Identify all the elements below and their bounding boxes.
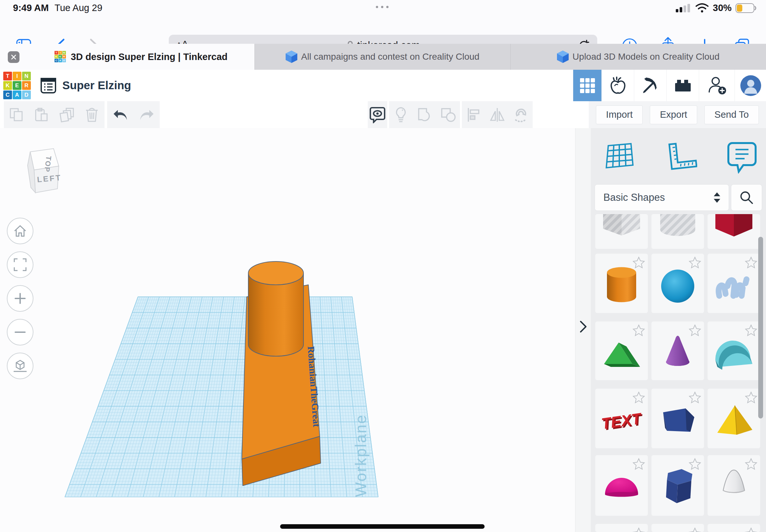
cylinder-top[interactable] bbox=[248, 261, 303, 285]
panel-collapse-strip[interactable] bbox=[575, 128, 591, 532]
shape-tile-box[interactable] bbox=[708, 214, 760, 249]
search-shapes-button[interactable] bbox=[731, 184, 762, 211]
undo-icon[interactable] bbox=[109, 103, 132, 127]
handle-dots bbox=[376, 6, 389, 8]
ipad-screen: 9:49 AM Tue Aug 29 30% AA bbox=[0, 0, 766, 532]
workplane-tool-icon[interactable] bbox=[604, 141, 635, 172]
status-time: 9:49 AM bbox=[13, 3, 49, 13]
tinkercad-header: TINKERCAD Super Elzing bbox=[0, 70, 766, 101]
favorite-star-icon bbox=[688, 527, 701, 532]
duplicate-icon[interactable] bbox=[55, 103, 79, 127]
wifi-icon bbox=[695, 3, 709, 13]
tab-bar: TINKERCAD 3D design Super Elzing | Tinke… bbox=[0, 44, 766, 70]
favorite-star-icon bbox=[745, 527, 758, 532]
shape-tile-partial[interactable] bbox=[708, 524, 760, 532]
perspective-toggle-button[interactable] bbox=[7, 353, 33, 379]
delete-icon[interactable] bbox=[80, 103, 103, 127]
shape-tile-hole-box[interactable] bbox=[595, 214, 648, 249]
safari-toolbar: AA tinkercad.com bbox=[0, 16, 766, 44]
shape-tile-sphere[interactable] bbox=[651, 254, 704, 313]
zoom-in-button[interactable] bbox=[7, 285, 33, 312]
fit-view-button[interactable] bbox=[7, 251, 33, 278]
panel-scrollbar[interactable] bbox=[758, 237, 763, 418]
tinkercad-logo[interactable]: TINKERCAD bbox=[3, 72, 31, 99]
shape-tile-hexagonal-prism[interactable] bbox=[651, 455, 704, 516]
shape-tile-partial[interactable] bbox=[595, 524, 648, 532]
snap-magnet-icon[interactable] bbox=[509, 103, 533, 127]
shape-tile-roof[interactable] bbox=[595, 321, 648, 380]
shapes-panel: Basic Shapes bbox=[591, 128, 766, 532]
avatar[interactable] bbox=[735, 70, 766, 101]
shape-tile-round-roof[interactable] bbox=[708, 321, 760, 380]
show-all-icon[interactable] bbox=[368, 103, 387, 127]
shape-tile-cone[interactable] bbox=[651, 321, 704, 380]
ruler-tool-icon[interactable] bbox=[665, 142, 697, 172]
creality-logo-icon bbox=[557, 51, 569, 63]
shape-tile-paraboloid[interactable] bbox=[708, 455, 760, 516]
add-person-icon[interactable] bbox=[699, 70, 735, 101]
shape-tile-pyramid[interactable] bbox=[708, 389, 760, 448]
shape-tile-text[interactable]: TEXTTEXT bbox=[595, 389, 648, 448]
creality-logo-icon bbox=[286, 51, 297, 63]
edit-toolbar: Import Export Send To bbox=[0, 101, 766, 128]
redo-icon[interactable] bbox=[135, 103, 158, 127]
minecraft-pickaxe-icon[interactable] bbox=[634, 70, 667, 101]
shape-category-select[interactable]: Basic Shapes bbox=[595, 184, 729, 211]
mirror-icon[interactable] bbox=[486, 103, 509, 127]
status-date: Tue Aug 29 bbox=[55, 3, 102, 13]
lego-brick-icon[interactable] bbox=[666, 70, 699, 101]
collapse-panel-icon[interactable] bbox=[578, 320, 589, 334]
tab-active-tinkercad[interactable]: TINKERCAD 3D design Super Elzing | Tinke… bbox=[0, 44, 254, 70]
lightbulb-icon[interactable] bbox=[389, 103, 413, 127]
shape-tile-cylinder[interactable] bbox=[595, 254, 648, 313]
scene: Workplane RohanianTheGreat bbox=[0, 128, 575, 532]
close-tab-icon[interactable] bbox=[8, 51, 19, 63]
view-cube[interactable]: TOP LEFT bbox=[18, 146, 63, 198]
status-bar: 9:49 AM Tue Aug 29 30% bbox=[0, 0, 766, 16]
search-icon bbox=[739, 190, 754, 205]
copy-icon[interactable] bbox=[5, 103, 28, 127]
select-arrows-icon bbox=[713, 192, 721, 203]
view-cube-left-label[interactable]: LEFT bbox=[37, 173, 62, 184]
tinker-apple-icon[interactable] bbox=[602, 70, 634, 101]
align-icon[interactable] bbox=[462, 103, 485, 127]
cylinder-body[interactable] bbox=[248, 273, 303, 356]
tab-title: 3D design Super Elzing | Tinkercad bbox=[71, 52, 227, 62]
favorite-star-icon bbox=[632, 527, 645, 532]
home-indicator[interactable] bbox=[280, 524, 485, 529]
zoom-out-button[interactable] bbox=[7, 319, 33, 345]
shape-tile-hole-cylinder[interactable] bbox=[651, 214, 704, 249]
tab-creality-upload[interactable]: Upload 3D Models on Creality Cloud bbox=[510, 44, 766, 70]
paste-icon[interactable] bbox=[30, 103, 53, 127]
design-title[interactable]: Super Elzing bbox=[62, 79, 131, 92]
tab-title: Upload 3D Models on Creality Cloud bbox=[573, 52, 720, 62]
tinkercad-favicon: TINKERCAD bbox=[55, 51, 66, 62]
export-button[interactable]: Export bbox=[650, 105, 697, 124]
import-button[interactable]: Import bbox=[596, 105, 643, 124]
shape-tile-partial[interactable] bbox=[651, 524, 704, 532]
shape-tile-polygon[interactable] bbox=[651, 389, 704, 448]
shape-tile-scribble[interactable] bbox=[708, 254, 760, 313]
shape-tile-half-sphere[interactable] bbox=[595, 455, 648, 516]
group-icon[interactable] bbox=[413, 103, 436, 127]
workplane-watermark: Workplane bbox=[352, 414, 369, 497]
tab-creality-campaigns[interactable]: All campaigns and contest on Creality Cl… bbox=[254, 44, 510, 70]
design-properties-icon[interactable] bbox=[40, 77, 57, 94]
ungroup-icon[interactable] bbox=[437, 103, 460, 127]
3d-viewport[interactable]: Workplane RohanianTheGreat TOP LEFT bbox=[0, 128, 575, 532]
cellular-icon bbox=[676, 4, 692, 13]
battery-percent: 30% bbox=[713, 3, 732, 13]
tab-title: All campaigns and contest on Creality Cl… bbox=[301, 52, 480, 62]
notes-tool-icon[interactable] bbox=[727, 141, 757, 174]
dashboard-grid-icon[interactable] bbox=[573, 70, 602, 101]
send-to-button[interactable]: Send To bbox=[704, 105, 759, 124]
battery-icon bbox=[736, 3, 757, 13]
home-view-button[interactable] bbox=[7, 218, 33, 244]
